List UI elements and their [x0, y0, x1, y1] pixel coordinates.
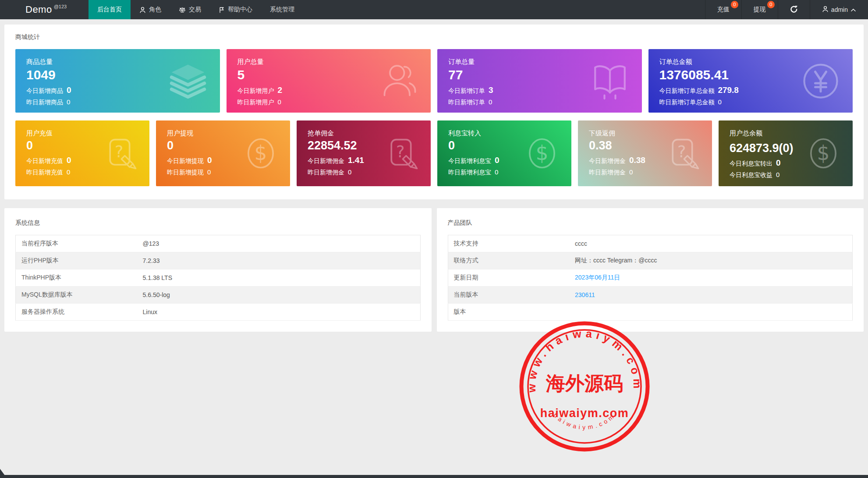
row-value: 5.6.50-log — [137, 287, 420, 304]
stats-section-title: 商城统计 — [15, 33, 853, 41]
flag-icon — [219, 7, 225, 13]
system-info-panel: 系统信息 当前程序版本 @123 运行PHP版本 7.2.33 ThinkPHP… — [4, 208, 432, 332]
system-info-title: 系统信息 — [15, 219, 421, 227]
table-row: MySQL数据库版本 5.6.50-log — [16, 287, 421, 304]
nav-item-trade[interactable]: 交易 — [170, 0, 210, 19]
doc-question-icon: ? — [384, 136, 418, 170]
row-label: 服务器操作系统 — [16, 304, 137, 321]
row-value: Linux — [137, 304, 420, 321]
stat-card-user-total: 用户总量 5 今日新增用户 2 昨日新增用户 0 — [227, 49, 431, 113]
refresh-icon — [790, 5, 798, 14]
shop-stats-panel: 商城统计 商品总量 1049 今日新增商品 0 昨日新增商品 0 用户总量 5 … — [4, 25, 864, 199]
footer-corner-shape — [0, 469, 5, 475]
withdraw-label: 提现 — [754, 6, 766, 14]
nav-item-help[interactable]: 帮助中心 — [210, 0, 261, 19]
stamp-center-chinese: 海外源码 — [546, 372, 623, 394]
recharge-badge: 0 — [731, 1, 738, 8]
nav-item-system[interactable]: 系统管理 — [261, 0, 303, 19]
row-label: ThinkPHP版本 — [16, 269, 137, 287]
doc-question-icon: ? — [103, 136, 137, 170]
withdraw-button[interactable]: 提现 0 — [741, 0, 778, 19]
row-value: cccc — [569, 235, 852, 252]
nav-item-label: 角色 — [149, 6, 161, 14]
row-value: 7.2.33 — [137, 252, 420, 269]
scale-icon — [179, 7, 186, 13]
svg-text:$: $ — [536, 142, 549, 165]
nav-item-label: 交易 — [189, 6, 201, 14]
dollar-circle-icon: $ — [244, 136, 278, 170]
stat-card-order-amount: 订单总金额 1376085.41 今日新增订单总金额 279.8 昨日新增订单总… — [648, 49, 853, 113]
nav-item-home[interactable]: 后台首页 — [89, 0, 131, 19]
stat-card-product-total: 商品总量 1049 今日新增商品 0 昨日新增商品 0 — [15, 49, 220, 113]
svg-text:$: $ — [817, 142, 830, 165]
watermark-stamp: www.haiwaiym.com 海外源码 haiwaiym.com haiwa… — [519, 321, 650, 452]
row-value: @123 — [137, 235, 420, 252]
main-menu: 后台首页 角色 交易 帮助中心 系统管理 — [89, 0, 303, 19]
nav-item-roles[interactable]: 角色 — [131, 0, 170, 19]
withdraw-badge: 0 — [767, 1, 775, 8]
dollar-circle-icon: $ — [525, 136, 559, 170]
row-value — [569, 304, 852, 321]
stats-cards-row2: 用户充值 0 今日新增充值 0 昨日新增充值 0 ? 用户提现 0 今日新增提现… — [15, 120, 853, 186]
table-row: 技术支持 cccc — [448, 235, 853, 252]
row-value: 网址：cccc Telegram：@cccc — [569, 252, 852, 269]
row-value[interactable]: 2023年06月11日 — [569, 269, 852, 287]
stat-card-user-balance: 用户总余额 624873.9(0) 今日利息宝转出 0 今日利息宝收益 0 $ — [719, 120, 853, 186]
row-label: 运行PHP版本 — [16, 252, 137, 269]
nav-item-label: 系统管理 — [270, 6, 294, 14]
row-label: 技术支持 — [448, 235, 569, 252]
row-value: 5.1.38 LTS — [137, 269, 420, 287]
table-row: 更新日期 2023年06月11日 — [448, 269, 853, 287]
dollar-circle-icon: $ — [806, 136, 840, 170]
chevron-up-icon — [850, 6, 856, 13]
table-row: 服务器操作系统 Linux — [16, 304, 421, 321]
stat-card-yesterday: 今日利息宝收益 0 — [730, 171, 842, 179]
footer-bar — [0, 475, 868, 478]
doc-question-icon: ? — [666, 136, 700, 170]
nav-item-label: 帮助中心 — [228, 6, 252, 14]
navbar-right-actions: 充值 0 提现 0 admin — [705, 0, 868, 19]
yen-circle-icon — [801, 61, 840, 101]
stats-cards-row1: 商品总量 1049 今日新增商品 0 昨日新增商品 0 用户总量 5 今日新增用… — [15, 49, 853, 113]
users-icon — [379, 61, 418, 101]
row-label: 当前版本 — [448, 287, 569, 304]
table-row: 当前程序版本 @123 — [16, 235, 421, 252]
book-icon — [590, 61, 630, 101]
stat-card-sub-commission: 下级返佣 0.38 今日新增佣金 0.38 昨日新增佣金 0 ? — [578, 120, 712, 186]
layers-icon — [168, 61, 208, 101]
recharge-label: 充值 — [717, 6, 730, 14]
row-label: 联络方式 — [448, 252, 569, 269]
product-team-panel: 产品团队 技术支持 cccc 联络方式 网址：cccc Telegram：@cc… — [437, 208, 864, 332]
main-content: 商城统计 商品总量 1049 今日新增商品 0 昨日新增商品 0 用户总量 5 … — [0, 19, 868, 332]
stat-card-user-withdraw: 用户提现 0 今日新增提现 0 昨日新增提现 0 $ — [156, 120, 290, 186]
person-icon — [822, 6, 829, 14]
recharge-button[interactable]: 充值 0 — [705, 0, 741, 19]
product-team-title: 产品团队 — [448, 219, 853, 227]
user-name: admin — [831, 6, 848, 13]
refresh-button[interactable] — [778, 0, 810, 19]
nav-item-label: 后台首页 — [97, 6, 122, 14]
row-value[interactable]: 230611 — [569, 287, 852, 304]
table-row: 版本 — [448, 304, 853, 321]
person-icon — [139, 7, 146, 13]
user-menu[interactable]: admin — [810, 0, 868, 19]
table-row: 联络方式 网址：cccc Telegram：@cccc — [448, 252, 853, 269]
table-row: ThinkPHP版本 5.1.38 LTS — [16, 269, 421, 287]
top-navbar: Demo @123 后台首页 角色 交易 帮助中心 系统管理 充值 0 提现 0… — [0, 0, 868, 19]
app-logo-text: Demo — [25, 4, 52, 15]
row-label: 当前程序版本 — [16, 235, 137, 252]
bottom-panels: 系统信息 当前程序版本 @123 运行PHP版本 7.2.33 ThinkPHP… — [4, 208, 864, 332]
stat-card-interest-in: 利息宝转入 0 今日新增利息宝 0 昨日新增利息宝 0 $ — [437, 120, 571, 186]
row-label: MySQL数据库版本 — [16, 287, 137, 304]
table-row: 运行PHP版本 7.2.33 — [16, 252, 421, 269]
app-logo: Demo @123 — [0, 0, 89, 19]
product-team-table: 技术支持 cccc 联络方式 网址：cccc Telegram：@cccc 更新… — [448, 235, 853, 321]
table-row: 当前版本 230611 — [448, 287, 853, 304]
row-label: 版本 — [448, 304, 569, 321]
app-logo-version: @123 — [54, 4, 67, 9]
system-info-table: 当前程序版本 @123 运行PHP版本 7.2.33 ThinkPHP版本 5.… — [15, 235, 421, 321]
stat-card-user-recharge: 用户充值 0 今日新增充值 0 昨日新增充值 0 ? — [15, 120, 149, 186]
row-label: 更新日期 — [448, 269, 569, 287]
stat-card-order-total: 订单总量 77 今日新增订单 3 昨日新增订单 0 — [437, 49, 642, 113]
svg-text:$: $ — [255, 142, 267, 165]
